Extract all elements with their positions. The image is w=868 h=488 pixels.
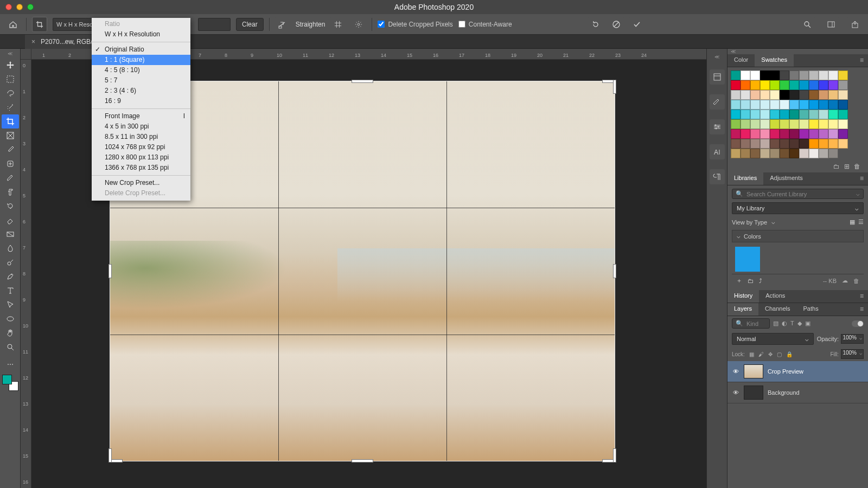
swatch[interactable]	[780, 129, 789, 139]
tab-adjustments[interactable]: Adjustments	[763, 172, 809, 185]
library-color-asset[interactable]	[735, 247, 760, 272]
library-search-input[interactable]: 🔍 Search Current Library ⌵	[732, 189, 864, 199]
filter-type-icon[interactable]: T	[790, 320, 794, 327]
swatch[interactable]	[809, 129, 819, 139]
swatch[interactable]	[828, 90, 838, 100]
crop-overlay-options-button[interactable]	[330, 17, 346, 32]
list-view-icon[interactable]: ☰	[858, 219, 864, 226]
ratio-menu-item[interactable]: 5 : 7	[92, 75, 190, 86]
filter-smart-icon[interactable]: ▣	[805, 320, 810, 327]
layer-name[interactable]: Crop Preview	[768, 368, 803, 375]
swatch[interactable]	[760, 119, 770, 129]
swatch[interactable]	[819, 149, 828, 158]
swatch[interactable]	[760, 90, 770, 100]
swatch[interactable]	[770, 70, 780, 80]
panel-menu-icon[interactable]: ≡	[856, 172, 868, 185]
ratio-menu-item[interactable]: 2 : 3 (4 : 6)	[92, 86, 190, 96]
swatch[interactable]	[741, 129, 750, 139]
swatch[interactable]	[731, 100, 741, 110]
panel-menu-icon[interactable]: ≡	[856, 54, 868, 67]
commit-crop-button[interactable]	[629, 17, 644, 32]
swatch[interactable]	[731, 149, 741, 158]
dodge-tool[interactable]	[2, 255, 19, 269]
ratio-menu-item[interactable]: 8.5 x 11 in 300 ppi	[92, 132, 190, 142]
library-add-icon[interactable]: ＋	[736, 277, 742, 285]
swatch[interactable]	[828, 70, 838, 80]
swatch[interactable]	[809, 149, 819, 158]
swatch[interactable]	[760, 139, 770, 149]
swatch[interactable]	[809, 90, 819, 100]
tab-history[interactable]: History	[727, 290, 759, 303]
lock-position-icon[interactable]: ✥	[768, 351, 773, 357]
share-icon[interactable]	[847, 17, 863, 32]
magic-wand-tool[interactable]	[2, 100, 19, 114]
reset-crop-button[interactable]	[588, 17, 603, 32]
swatch[interactable]	[789, 100, 799, 110]
swatch[interactable]	[750, 80, 760, 90]
crop-height-field[interactable]	[198, 18, 231, 31]
swatch[interactable]	[731, 110, 741, 119]
swatch-trash-icon[interactable]: 🗑	[854, 163, 860, 170]
swatch[interactable]	[760, 129, 770, 139]
swatch[interactable]	[770, 119, 780, 129]
swatch[interactable]	[750, 70, 760, 80]
type-tool[interactable]	[2, 284, 19, 298]
library-section-colors[interactable]: ⌵ Colors	[732, 230, 864, 242]
swatch[interactable]	[731, 139, 741, 149]
swatch[interactable]	[770, 110, 780, 119]
pen-tool[interactable]	[2, 269, 19, 284]
layer-visibility-icon[interactable]: 👁	[732, 389, 739, 396]
opacity-field[interactable]: 100%	[841, 334, 864, 344]
close-window-icon[interactable]	[5, 4, 12, 10]
home-button[interactable]	[5, 17, 21, 32]
swatch[interactable]	[760, 110, 770, 119]
filter-adjust-icon[interactable]: ◐	[782, 320, 787, 327]
swatch[interactable]	[741, 149, 750, 158]
lock-trans-icon[interactable]: ▦	[749, 351, 754, 357]
tab-libraries[interactable]: Libraries	[727, 172, 763, 185]
swatch[interactable]	[799, 139, 809, 149]
lock-paint-icon[interactable]: 🖌	[758, 351, 764, 357]
swatch[interactable]	[760, 70, 770, 80]
swatch[interactable]	[770, 80, 780, 90]
blur-tool[interactable]	[2, 241, 19, 255]
swatch[interactable]	[750, 119, 760, 129]
crop-tool[interactable]	[2, 114, 19, 129]
swatch[interactable]	[828, 129, 838, 139]
swatch[interactable]	[809, 139, 819, 149]
lock-artboard-icon[interactable]: ▢	[777, 351, 782, 357]
swatch[interactable]	[828, 119, 838, 129]
swatch[interactable]	[789, 90, 799, 100]
swatch[interactable]	[799, 80, 809, 90]
swatch[interactable]	[819, 129, 828, 139]
chevron-down-icon[interactable]: ⌵	[856, 190, 860, 197]
ruler-origin[interactable]	[21, 49, 31, 60]
ratio-menu-item[interactable]: 4 : 5 (8 : 10)	[92, 65, 190, 75]
swatch-new-icon[interactable]: ⊞	[844, 163, 850, 170]
swatch[interactable]	[819, 119, 828, 129]
ratio-menu-item[interactable]: Front ImageI	[92, 111, 190, 121]
chevron-down-icon[interactable]: ⌵	[771, 219, 775, 226]
swatch[interactable]	[789, 119, 799, 129]
swatch[interactable]	[809, 70, 819, 80]
ratio-menu-item[interactable]: 1024 x 768 px 92 ppi	[92, 142, 190, 152]
swatch[interactable]	[809, 110, 819, 119]
swatch[interactable]	[789, 149, 799, 158]
swatch[interactable]	[799, 119, 809, 129]
swatch[interactable]	[819, 139, 828, 149]
workspace-switcher-icon[interactable]	[824, 17, 839, 32]
foreground-color-swatch[interactable]	[2, 375, 12, 384]
swatch[interactable]	[741, 110, 750, 119]
tab-actions[interactable]: Actions	[759, 290, 792, 303]
paragraph-panel-icon[interactable]	[710, 169, 725, 184]
swatch[interactable]	[799, 70, 809, 80]
lasso-tool[interactable]	[2, 86, 19, 100]
swatch[interactable]	[750, 129, 760, 139]
filter-shape-icon[interactable]: ◆	[797, 320, 802, 327]
ratio-menu-wxhres[interactable]: W x H x Resolution	[92, 29, 190, 40]
swatch[interactable]	[789, 129, 799, 139]
edit-toolbar-button[interactable]: ⋯	[2, 357, 19, 371]
swatch[interactable]	[760, 80, 770, 90]
marquee-tool[interactable]	[2, 72, 19, 86]
straighten-label[interactable]: Straighten	[296, 21, 326, 28]
